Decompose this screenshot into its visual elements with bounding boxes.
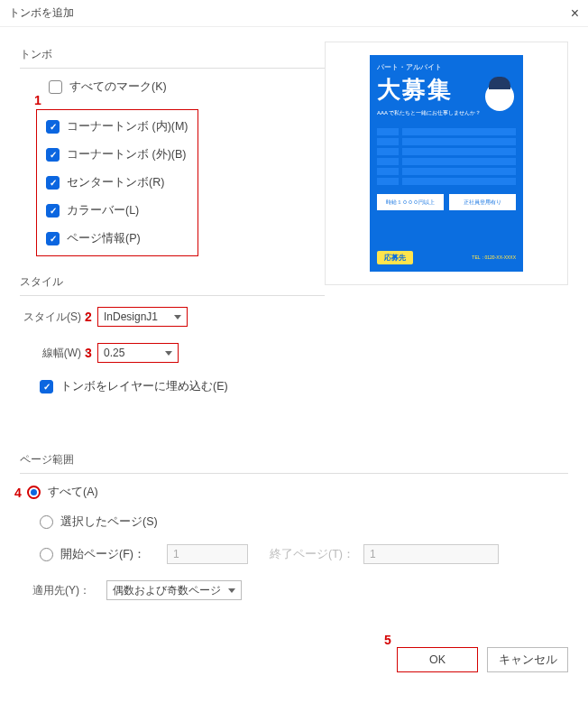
linewidth-value: 0.25	[104, 347, 124, 359]
style-select[interactable]: InDesignJ1	[97, 307, 188, 327]
annotation-box-1: コーナートンボ (内)(M) コーナートンボ (外)(B) センタートンボ(R)	[36, 109, 198, 256]
cancel-button-label: キャンセル	[499, 653, 557, 668]
preview-panel: パート・アルバイト 大募集 AAA で私たちと一緒にお仕事しませんか？ 時給１０…	[325, 42, 568, 285]
label-end-page: 終了ページ(T)：	[270, 547, 354, 562]
divider	[20, 295, 325, 296]
radio-page-range[interactable]	[40, 548, 53, 561]
markers-section-label: トンボ	[20, 47, 325, 62]
annotation-4: 4	[14, 486, 22, 500]
label-center: センタートンボ(R)	[67, 175, 164, 190]
start-page-field[interactable]: 1	[167, 544, 248, 564]
radio-all-pages[interactable]	[27, 486, 41, 499]
apply-to-select[interactable]: 偶数および奇数ページ	[106, 580, 242, 600]
label-all-pages: すべて(A)	[48, 485, 98, 500]
divider	[20, 473, 568, 474]
page-range-section-label: ページ範囲	[20, 452, 568, 467]
linewidth-label: 線幅(W)：	[20, 346, 92, 361]
checkbox-page-info[interactable]	[46, 232, 60, 245]
style-section-label: スタイル	[20, 274, 325, 290]
label-embed-layer: トンボをレイヤーに埋め込む(E)	[60, 379, 228, 394]
ok-button[interactable]: OK	[397, 647, 478, 672]
end-page-field[interactable]: 1	[363, 544, 499, 564]
label-start-page: 開始ページ(F)：	[60, 547, 145, 562]
flyer-pill: 応募先	[377, 251, 413, 264]
radio-selected-pages[interactable]	[40, 515, 53, 529]
flyer-info-grid	[377, 128, 516, 185]
flyer-preview: パート・アルバイト 大募集 AAA で私たちと一緒にお仕事しませんか？ 時給１０…	[370, 55, 523, 272]
cancel-button[interactable]: キャンセル	[487, 647, 568, 672]
flyer-tel: TEL：0120-XX-XXXX	[472, 255, 516, 261]
divider	[20, 68, 325, 69]
checkbox-all-marks[interactable]	[49, 80, 62, 94]
style-select-value: InDesignJ1	[104, 310, 158, 323]
checkbox-corner-outer[interactable]	[46, 148, 60, 162]
annotation-5: 5	[384, 633, 391, 647]
label-selected-pages: 選択したページ(S)	[60, 514, 158, 530]
label-corner-outer: コーナートンボ (外)(B)	[67, 147, 186, 162]
apply-to-label: 適用先(Y)：	[32, 583, 90, 598]
checkbox-color-bar[interactable]	[46, 204, 60, 218]
label-page-info: ページ情報(P)	[67, 231, 141, 246]
flyer-illustration	[485, 82, 514, 111]
label-all-marks: すべてのマーク(K)	[69, 79, 167, 95]
annotation-1: 1	[34, 93, 41, 107]
linewidth-select[interactable]: 0.25	[97, 343, 179, 363]
dialog-title: トンボを追加	[9, 5, 74, 21]
checkbox-corner-inner[interactable]	[46, 120, 60, 134]
label-corner-inner: コーナートンボ (内)(M)	[67, 119, 188, 134]
annotation-3: 3	[85, 346, 92, 360]
flyer-box-1: 時給１０００円以上	[377, 194, 444, 210]
checkbox-embed-layer[interactable]	[40, 380, 53, 393]
annotation-2: 2	[85, 310, 92, 324]
label-color-bar: カラーバー(L)	[67, 203, 139, 218]
start-page-value: 1	[173, 548, 179, 560]
close-icon[interactable]: ×	[571, 5, 579, 22]
flyer-box-2: 正社員登用有り	[449, 194, 516, 210]
end-page-value: 1	[370, 548, 376, 560]
checkbox-center[interactable]	[46, 176, 60, 190]
flyer-subtitle: パート・アルバイト	[377, 62, 516, 72]
ok-button-label: OK	[429, 653, 446, 666]
style-label: スタイル(S)：	[20, 310, 92, 325]
apply-to-value: 偶数および奇数ページ	[113, 583, 221, 598]
